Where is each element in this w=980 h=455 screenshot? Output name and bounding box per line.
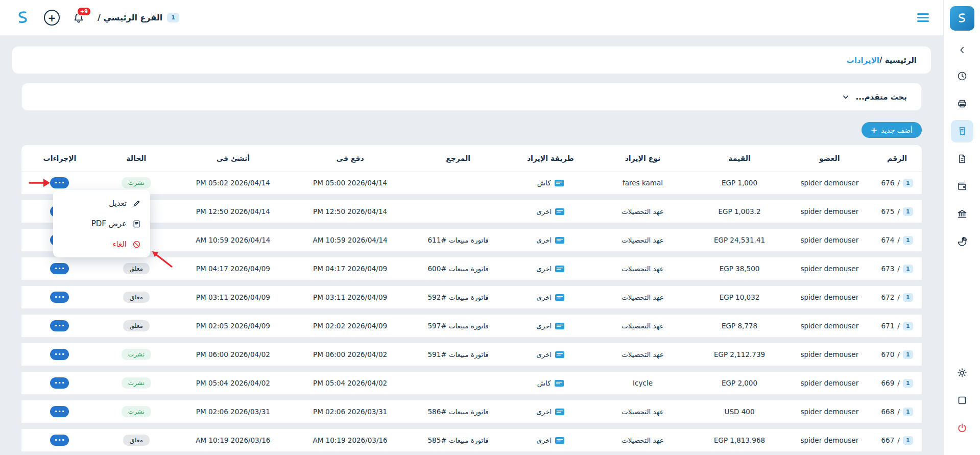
table-row: 1 / 676 spider demouser EGP 1,000 fares … xyxy=(21,172,922,194)
row-type: Icycle xyxy=(593,372,692,394)
row-status-cell: نشرت xyxy=(98,400,175,423)
row-actions-button[interactable]: ... xyxy=(50,263,69,274)
payment-card-icon xyxy=(555,266,564,272)
sidebar-item-logout[interactable] xyxy=(944,414,980,442)
row-created-at: PM 02:05 2026/04/09 xyxy=(175,315,292,337)
column-header-number[interactable]: الرقم xyxy=(872,145,922,171)
row-number-cell: 1 / 672 xyxy=(872,286,922,308)
quick-add-button[interactable]: + xyxy=(44,10,60,26)
revenues-table: الرقم العضو القيمة نوع الإيراد طريقة الإ… xyxy=(21,145,922,451)
row-member: spider demouser xyxy=(787,429,872,451)
notifications-button[interactable]: +9 xyxy=(72,11,85,25)
row-type: fares kamal xyxy=(593,172,692,194)
row-number: 674 xyxy=(881,236,895,244)
row-actions-button[interactable]: ... xyxy=(50,406,69,417)
column-header-member[interactable]: العضو xyxy=(787,145,872,171)
row-member: spider demouser xyxy=(787,343,872,366)
row-reference: فاتورة مبيعات #600 xyxy=(409,257,508,280)
table-toolbar: أضف جديد + xyxy=(21,122,922,138)
sidebar-item-stop[interactable] xyxy=(944,387,980,414)
column-header-value[interactable]: القيمة xyxy=(692,145,786,171)
row-value: EGP 2,112.739 xyxy=(692,343,786,366)
row-actions-cell: ... xyxy=(21,257,98,280)
row-value: EGP 1,003.2 xyxy=(692,200,786,223)
row-status-cell: نشرت xyxy=(98,372,175,394)
row-status-cell: معلق xyxy=(98,315,175,337)
column-header-method[interactable]: طريقة الإيراد xyxy=(508,145,593,171)
row-actions-button[interactable]: ... xyxy=(50,177,69,188)
row-paid-at: PM 02:06 2026/03/31 xyxy=(292,400,409,423)
row-created-at: PM 03:11 2026/04/09 xyxy=(175,286,292,308)
sidebar-item-documents[interactable] xyxy=(944,145,980,173)
row-actions-button[interactable]: ... xyxy=(50,349,69,360)
column-header-reference[interactable]: المرجع xyxy=(409,145,508,171)
row-actions-button[interactable]: ... xyxy=(50,377,69,389)
ellipsis-icon: ... xyxy=(54,318,65,328)
row-member: spider demouser xyxy=(787,286,872,308)
app-logo[interactable] xyxy=(950,6,974,31)
branch-name: الفرع الرئيسي / xyxy=(98,13,162,22)
column-header-status[interactable]: الحالة xyxy=(98,145,175,171)
ellipsis-icon: ... xyxy=(54,347,65,356)
menu-item-cancel[interactable]: الغاء xyxy=(53,234,150,254)
gear-icon xyxy=(957,367,968,378)
sidebar-item-reports[interactable] xyxy=(944,228,980,255)
payment-card-icon xyxy=(555,294,564,301)
menu-item-edit-label: تعديل xyxy=(109,199,127,208)
sidebar-item-wallet[interactable] xyxy=(944,173,980,200)
breadcrumb: الرئيسية / الإيرادات xyxy=(12,46,931,74)
row-actions-button[interactable]: ... xyxy=(50,292,69,303)
row-created-at: PM 05:02 2026/04/14 xyxy=(175,172,292,194)
row-actions-cell: ... xyxy=(21,315,98,337)
menu-item-edit[interactable]: تعديل xyxy=(53,193,150,213)
column-header-paid-at[interactable]: دفع فى xyxy=(292,145,409,171)
column-header-created-at[interactable]: أنشئ فى xyxy=(175,145,292,171)
number-separator: / xyxy=(897,408,900,416)
row-reference xyxy=(409,372,508,394)
brand-logo-icon[interactable] xyxy=(14,9,32,27)
table-row: 1 / 675 spider demouser EGP 1,003.2 عهد … xyxy=(21,200,922,223)
row-paid-at: PM 06:00 2026/04/02 xyxy=(292,343,409,366)
table-row: 1 / 668 spider demouser USD 400 عهد التح… xyxy=(21,400,922,423)
column-header-type[interactable]: نوع الإيراد xyxy=(593,145,692,171)
menu-toggle-button[interactable] xyxy=(917,13,929,22)
sidebar-item-devices[interactable] xyxy=(944,90,980,117)
advanced-search-label: بحث متقدم... xyxy=(855,92,907,102)
row-reference: فاتورة مبيعات #585 xyxy=(409,429,508,451)
row-actions-cell: ... xyxy=(21,372,98,394)
row-status-cell: نشرت xyxy=(98,343,175,366)
row-number: 669 xyxy=(881,379,895,387)
row-actions-button[interactable]: ... xyxy=(50,320,69,331)
row-paid-at: AM 10:59 2026/04/14 xyxy=(292,229,409,251)
row-method-cell: اخرى xyxy=(508,429,593,451)
sidebar-item-bank[interactable] xyxy=(944,200,980,228)
row-number: 675 xyxy=(881,207,895,215)
row-branch-badge: 1 xyxy=(903,207,913,216)
row-method: اخرى xyxy=(536,408,552,416)
pencil-icon xyxy=(132,199,141,208)
ellipsis-icon: ... xyxy=(54,375,65,385)
row-created-at: AM 10:19 2026/03/16 xyxy=(175,429,292,451)
row-status-cell: معلق xyxy=(98,286,175,308)
pie-chart-icon xyxy=(957,236,968,247)
breadcrumb-home-link[interactable]: الرئيسية / xyxy=(879,56,917,65)
sidebar-item-revenues[interactable] xyxy=(944,117,980,145)
power-icon xyxy=(957,422,968,434)
advanced-search-toggle[interactable]: بحث متقدم... xyxy=(21,83,922,111)
menu-item-view-pdf[interactable]: عرض PDF xyxy=(53,213,150,234)
sidebar-item-history[interactable] xyxy=(944,62,980,90)
row-paid-at: PM 03:11 2026/04/09 xyxy=(292,286,409,308)
column-header-actions[interactable]: الإجراءات xyxy=(21,145,98,171)
sidebar-item-settings[interactable] xyxy=(944,359,980,387)
row-actions-button[interactable]: ... xyxy=(50,435,69,446)
number-separator: / xyxy=(897,293,900,301)
branch-breadcrumb[interactable]: الفرع الرئيسي / 1 xyxy=(98,13,179,22)
payment-card-icon xyxy=(555,380,564,387)
add-new-button[interactable]: أضف جديد + xyxy=(862,122,922,138)
ellipsis-icon: ... xyxy=(54,433,65,442)
row-status-cell: معلق xyxy=(98,429,175,451)
row-created-at: PM 06:00 2026/04/02 xyxy=(175,343,292,366)
square-icon xyxy=(957,395,968,406)
sidebar-collapse-button[interactable] xyxy=(944,38,980,62)
status-badge: معلق xyxy=(123,263,150,274)
